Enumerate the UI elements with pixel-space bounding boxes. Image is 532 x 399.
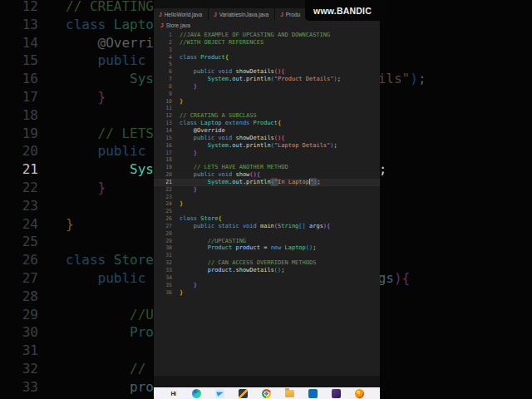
code-line[interactable]: 15 public void showDetails(){ bbox=[154, 135, 380, 142]
code-line[interactable]: 33 product.showDetails(); bbox=[154, 267, 380, 274]
code-line[interactable]: 9 bbox=[154, 91, 380, 98]
code-line[interactable]: 28 bbox=[154, 230, 380, 238]
telegram-icon[interactable] bbox=[215, 389, 224, 398]
line-number: 6 bbox=[154, 68, 172, 76]
code-line[interactable]: 4class Product{ bbox=[154, 54, 380, 62]
line-number: 17 bbox=[0, 88, 38, 106]
tab-helloworld-java[interactable]: JHelloWorld.java bbox=[154, 8, 209, 20]
code-editor[interactable]: 1//JAVA EXAMPLE OF UPCASTING AND DOWNCAS… bbox=[154, 30, 380, 376]
code-line[interactable]: 16 System.out.println("Laptop Details"); bbox=[154, 142, 380, 150]
code-line[interactable]: 17 } bbox=[154, 150, 380, 157]
line-number: 8 bbox=[154, 83, 172, 91]
code-line[interactable]: 5 bbox=[154, 61, 380, 68]
line-number: 29 bbox=[154, 238, 172, 245]
java-file-icon: J bbox=[159, 12, 162, 17]
line-number: 13 bbox=[0, 16, 38, 34]
tab-variablesinjava-java[interactable]: JVariablesInJava.java bbox=[209, 8, 275, 20]
line-number: 16 bbox=[154, 142, 172, 150]
code-line[interactable]: 11 bbox=[154, 105, 380, 112]
code-line[interactable]: 13class Laptop extends Product{ bbox=[154, 120, 380, 127]
line-number: 25 bbox=[0, 233, 38, 251]
java-file-icon: J bbox=[214, 12, 217, 17]
line-number: 1 bbox=[154, 32, 172, 39]
breadcrumb-label: Store.java bbox=[166, 22, 190, 28]
line-number: 32 bbox=[0, 360, 38, 378]
line-number: 4 bbox=[154, 54, 172, 62]
code-line[interactable]: 26class Store{ bbox=[154, 215, 380, 223]
code-line[interactable]: 2//WITH OBJECT REFERENCES bbox=[154, 39, 380, 47]
code-line[interactable]: 18 bbox=[154, 156, 380, 164]
code-line[interactable]: 12// CREATING A SUBCLASS bbox=[154, 112, 380, 120]
line-number: 24 bbox=[0, 215, 38, 234]
line-number: 26 bbox=[154, 215, 172, 223]
line-number: 21 bbox=[0, 160, 38, 179]
line-number: 5 bbox=[154, 61, 172, 68]
code-line[interactable]: 34 bbox=[154, 274, 380, 282]
code-line[interactable]: 10} bbox=[154, 98, 380, 106]
code-line[interactable]: 23 bbox=[154, 194, 380, 201]
line-number: 20 bbox=[154, 171, 172, 179]
code-line[interactable]: 14 @Override bbox=[154, 127, 380, 135]
line-number: 17 bbox=[154, 150, 172, 157]
code-line[interactable]: 3 bbox=[154, 47, 380, 54]
line-number: 10 bbox=[154, 98, 172, 106]
purple-box-app-icon[interactable] bbox=[332, 389, 341, 398]
line-number: 16 bbox=[0, 70, 38, 88]
line-number: 9 bbox=[154, 91, 172, 98]
line-number: 30 bbox=[154, 244, 172, 252]
code-line[interactable]: 7 System.out.println("Product Details"); bbox=[154, 76, 380, 83]
line-number: 7 bbox=[154, 76, 172, 83]
edge-icon[interactable] bbox=[192, 389, 201, 398]
line-number: 14 bbox=[0, 34, 38, 52]
code-line[interactable]: 32 // CAN ACCESS OVERRIDEN METHODS bbox=[154, 259, 380, 267]
code-line[interactable]: 20 public void show(){ bbox=[154, 171, 380, 179]
tab-label: VariablesInJava.java bbox=[219, 12, 269, 17]
code-line[interactable]: 1//JAVA EXAMPLE OF UPCASTING AND DOWNCAS… bbox=[154, 32, 380, 39]
line-number: 3 bbox=[154, 47, 172, 54]
line-number: 22 bbox=[154, 186, 172, 194]
line-number: 33 bbox=[154, 267, 172, 274]
code-line[interactable]: 29 //UPCASTING bbox=[154, 238, 380, 245]
code-line[interactable]: 22 } bbox=[154, 186, 380, 194]
code-line[interactable]: 30 Product product = new Laptop(); bbox=[154, 244, 380, 252]
line-number: 23 bbox=[0, 197, 38, 215]
java-file-icon: J bbox=[280, 12, 283, 17]
chrome-icon[interactable] bbox=[262, 389, 271, 398]
code-line[interactable]: 27 public static void main(String[] args… bbox=[154, 223, 380, 230]
code-line[interactable]: 24} bbox=[154, 200, 380, 208]
firefox-icon[interactable] bbox=[355, 389, 364, 398]
vscode-window: JHelloWorld.javaJVariablesInJava.javaJPr… bbox=[154, 0, 380, 399]
file-explorer-icon[interactable] bbox=[285, 390, 294, 397]
line-number: 33 bbox=[0, 378, 38, 397]
line-number: 24 bbox=[154, 200, 172, 208]
line-number: 14 bbox=[154, 127, 172, 135]
breadcrumb[interactable]: J Store.java bbox=[154, 20, 380, 30]
code-line[interactable]: 31 bbox=[154, 252, 380, 259]
line-number: 31 bbox=[0, 342, 38, 360]
line-number: 28 bbox=[0, 288, 38, 306]
tab-label: Produ bbox=[286, 12, 300, 17]
line-number: 30 bbox=[0, 323, 38, 342]
outlook-icon[interactable] bbox=[308, 389, 318, 398]
app-h-icon[interactable]: Hi bbox=[169, 389, 178, 398]
code-app-icon[interactable] bbox=[239, 389, 248, 398]
line-number: 26 bbox=[0, 251, 38, 269]
line-number: 25 bbox=[154, 208, 172, 215]
line-number: 2 bbox=[154, 39, 172, 47]
line-number: 34 bbox=[154, 274, 172, 282]
line-number: 32 bbox=[154, 259, 172, 267]
code-line[interactable]: 8 } bbox=[154, 83, 380, 91]
tab-label: HelloWorld.java bbox=[165, 12, 202, 17]
line-number: 19 bbox=[0, 125, 38, 143]
code-line[interactable]: 19 // LETS HAVE ANOTHER METHOD bbox=[154, 164, 380, 171]
line-number: 12 bbox=[0, 0, 38, 16]
code-line[interactable]: 35 } bbox=[154, 282, 380, 289]
code-line[interactable]: 6 public void showDetails(){ bbox=[154, 68, 380, 76]
line-number: 11 bbox=[154, 105, 172, 112]
line-number: 12 bbox=[154, 112, 172, 120]
line-number: 18 bbox=[154, 156, 172, 164]
code-line[interactable]: 36} bbox=[154, 289, 380, 297]
code-line[interactable]: 25 bbox=[154, 208, 380, 215]
code-line[interactable]: 21 System.out.println("In Laptop"); bbox=[154, 179, 380, 186]
line-number: 13 bbox=[154, 120, 172, 127]
